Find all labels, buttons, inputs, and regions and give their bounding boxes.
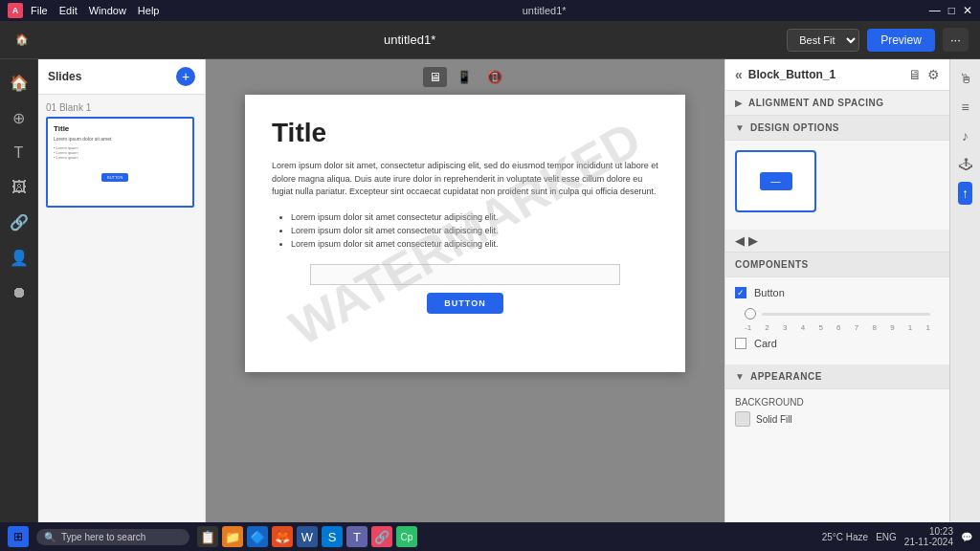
- search-icon: 🔍: [44, 532, 56, 542]
- components-section-header[interactable]: COMPONENTS: [725, 253, 949, 277]
- more-options-button[interactable]: ···: [943, 28, 969, 52]
- fit-selector[interactable]: Best Fit: [787, 29, 859, 52]
- slider-handle[interactable]: [745, 308, 756, 320]
- panel-display-icon[interactable]: 🖥: [908, 67, 922, 82]
- button-checkbox[interactable]: ✓: [735, 287, 746, 298]
- text-nav-icon[interactable]: T: [2, 138, 36, 168]
- left-sidebar: 🏠 ⊕ T 🖼 🔗 👤 ⏺: [0, 59, 38, 522]
- component-card-item: Card: [735, 338, 940, 349]
- card-checkbox[interactable]: [735, 338, 746, 349]
- design-preview-card[interactable]: —: [735, 150, 816, 212]
- top-toolbar: 🏠 untitled1* Best Fit Preview ···: [0, 21, 980, 59]
- design-label: DESIGN OPTIONS: [750, 122, 839, 133]
- taskbar-app-8[interactable]: 🔗: [371, 526, 392, 547]
- slide-item[interactable]: 01 Blank 1 Title Lorem ipsum dolor sit a…: [38, 95, 205, 215]
- design-options-area: —: [725, 141, 949, 230]
- notification-icon[interactable]: 💬: [961, 532, 972, 542]
- user-nav-icon[interactable]: 👤: [2, 242, 36, 274]
- fill-label: Solid Fill: [756, 414, 792, 425]
- taskbar-pinned-apps: 📋 📁 🔷 🦊 W S T 🔗 Cp: [197, 526, 417, 547]
- bullet-3: Lorem ipsum dolor sit amet consectetur a…: [291, 239, 658, 249]
- bullet-2: Lorem ipsum dolor sit amet consectetur a…: [291, 226, 658, 235]
- solid-fill-row: Solid Fill: [735, 411, 940, 427]
- close-button[interactable]: ✕: [963, 4, 972, 17]
- desktop-view-button[interactable]: 🖥: [423, 67, 447, 87]
- far-icon-1[interactable]: 🖱: [955, 67, 976, 90]
- add-nav-icon[interactable]: ⊕: [2, 102, 36, 134]
- component-button-item: ✓ Button: [735, 287, 940, 298]
- add-slide-button[interactable]: +: [176, 67, 195, 86]
- slide-content: Title Lorem ipsum dolor sit amet, consec…: [245, 95, 685, 337]
- appearance-label: APPEARANCE: [750, 371, 822, 382]
- menu-file[interactable]: File: [31, 5, 48, 16]
- alignment-label: ALIGNMENT AND SPACING: [748, 98, 884, 108]
- taskbar-app-1[interactable]: 📋: [197, 526, 218, 547]
- taskbar-app-6[interactable]: S: [322, 526, 343, 547]
- slide-body: Lorem ipsum dolor sit amet, consectetur …: [272, 160, 658, 199]
- tablet-view-button[interactable]: 📱: [451, 67, 478, 87]
- record-nav-icon[interactable]: ⏺: [2, 277, 36, 308]
- panel-settings-icon[interactable]: ⚙: [927, 67, 940, 82]
- far-icon-2[interactable]: ≡: [957, 96, 972, 119]
- mobile-view-button[interactable]: 📵: [481, 67, 508, 87]
- taskbar-app-3[interactable]: 🔷: [247, 526, 268, 547]
- panel-header: « Block_Button_1 🖥 ⚙: [725, 59, 949, 91]
- far-right-sidebar: 🖱 ≡ ♪ 🕹 ↑: [949, 59, 980, 522]
- slide-cta-button[interactable]: BUTTON: [427, 293, 502, 314]
- next-design-button[interactable]: ▶: [748, 233, 758, 248]
- home-nav-icon[interactable]: 🏠: [2, 67, 36, 99]
- slide-bullets: Lorem ipsum dolor sit amet consectetur a…: [291, 212, 658, 249]
- alignment-arrow-icon: ▶: [735, 98, 743, 108]
- search-placeholder: Type here to search: [61, 532, 145, 542]
- appearance-section-header[interactable]: ▼ APPEARANCE: [725, 364, 949, 389]
- thumb-body: Lorem ipsum dolor sit amet: [54, 136, 187, 143]
- bullet-1: Lorem ipsum dolor sit amet consectetur a…: [291, 212, 658, 222]
- panel-block-title: Block_Button_1: [748, 68, 835, 81]
- taskbar-app-4[interactable]: 🦊: [272, 526, 293, 547]
- link-nav-icon[interactable]: 🔗: [2, 207, 36, 238]
- far-icon-4[interactable]: 🕹: [955, 153, 976, 176]
- slide-number: 01 Blank 1: [46, 102, 197, 113]
- thumb-button: BUTTON: [101, 173, 128, 182]
- alignment-section-header[interactable]: ▶ ALIGNMENT AND SPACING: [725, 91, 949, 116]
- slider-numbers: -1 2 3 4 5 6 7 8 9 1 1: [735, 323, 940, 332]
- menu-window[interactable]: Window: [89, 5, 126, 16]
- share-button[interactable]: ↑: [958, 182, 972, 205]
- taskbar-search[interactable]: 🔍 Type here to search: [36, 529, 189, 545]
- color-swatch[interactable]: [735, 411, 750, 427]
- slide-thumbnail[interactable]: Title Lorem ipsum dolor sit amet • Lorem…: [46, 117, 194, 208]
- components-label: COMPONENTS: [735, 259, 809, 270]
- home-button[interactable]: 🏠: [11, 30, 33, 50]
- maximize-button[interactable]: □: [948, 4, 955, 17]
- start-button[interactable]: ⊞: [8, 526, 29, 547]
- image-nav-icon[interactable]: 🖼: [2, 172, 36, 203]
- slide-title: Title: [272, 118, 658, 148]
- slides-panel: Slides + 01 Blank 1 Title Lorem ipsum do…: [38, 59, 206, 522]
- panel-title-area: « Block_Button_1: [735, 67, 835, 82]
- far-icon-3[interactable]: ♪: [958, 124, 972, 147]
- language-indicator: ENG: [876, 532, 897, 542]
- slide-input-field[interactable]: [310, 264, 619, 285]
- card-component-label: Card: [754, 338, 777, 349]
- time-display: 10:23: [904, 526, 953, 537]
- document-title: untitled1*: [384, 33, 435, 47]
- toolbar-right: Best Fit Preview ···: [787, 28, 969, 52]
- app-logo: A: [8, 3, 23, 18]
- taskbar-app-5[interactable]: W: [297, 526, 318, 547]
- slides-title: Slides: [48, 70, 81, 83]
- minimize-button[interactable]: —: [929, 4, 941, 17]
- taskbar-app-2[interactable]: 📁: [222, 526, 243, 547]
- slider-track[interactable]: [762, 313, 930, 316]
- taskbar-app-7[interactable]: T: [346, 526, 368, 547]
- menu-help[interactable]: Help: [138, 5, 160, 16]
- preview-button[interactable]: Preview: [867, 29, 935, 52]
- menu-edit[interactable]: Edit: [59, 5, 78, 16]
- title-bar: A File Edit Window Help untitled1* — □ ✕: [0, 0, 980, 21]
- canvas-area: 🖥 📱 📵 Title Lorem ipsum dolor sit amet, …: [206, 59, 724, 522]
- prev-design-button[interactable]: ◀: [735, 233, 745, 248]
- design-section-header[interactable]: ▼ DESIGN OPTIONS: [725, 116, 949, 141]
- panel-chevron-icon[interactable]: «: [735, 67, 743, 82]
- taskbar-app-9[interactable]: Cp: [396, 526, 417, 547]
- right-panel: « Block_Button_1 🖥 ⚙ ▶ ALIGNMENT AND SPA…: [724, 59, 949, 522]
- nav-arrows-row: ◀ ▶: [725, 230, 949, 253]
